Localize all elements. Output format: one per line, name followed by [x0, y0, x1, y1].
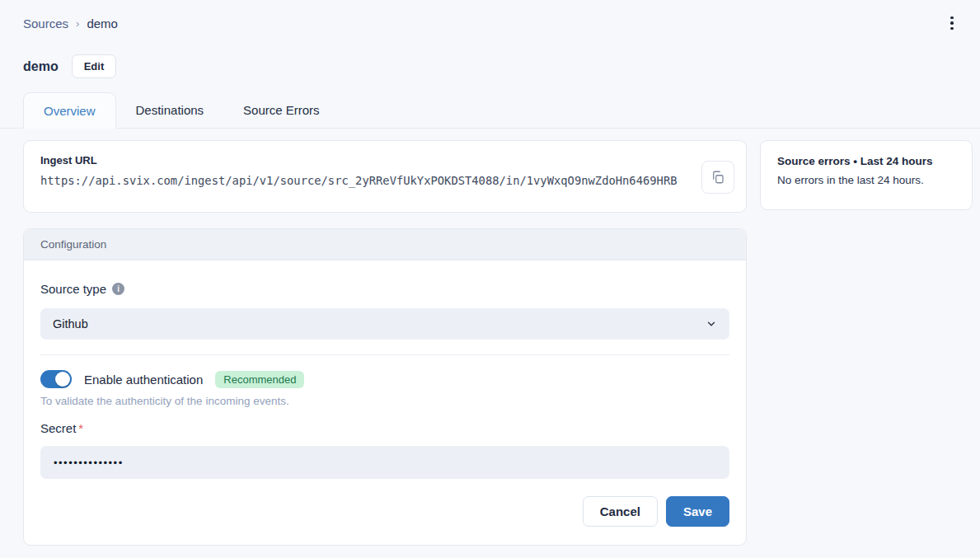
- secret-input[interactable]: ••••••••••••••: [40, 446, 729, 479]
- breadcrumb-separator: ›: [76, 17, 79, 30]
- breadcrumb-sources-link[interactable]: Sources: [23, 16, 68, 30]
- secret-label: Secret: [40, 421, 76, 435]
- chevron-down-icon: [706, 318, 717, 330]
- source-detail-page: Sources › demo demo Edit Overview Destin…: [0, 0, 980, 558]
- configuration-card-body: Source type i Github Enable authenticati…: [24, 260, 746, 479]
- recommended-badge: Recommended: [215, 371, 304, 388]
- tab-destinations[interactable]: Destinations: [116, 92, 224, 128]
- source-errors-title: Source errors • Last 24 hours: [777, 155, 955, 167]
- info-icon[interactable]: i: [112, 283, 124, 295]
- ingest-url-label: Ingest URL: [40, 154, 693, 166]
- source-errors-body: No errors in the last 24 hours.: [777, 174, 955, 186]
- tab-source-errors[interactable]: Source Errors: [223, 92, 340, 128]
- kebab-menu-icon[interactable]: [942, 13, 962, 33]
- title-row: demo Edit: [23, 54, 116, 78]
- auth-helper-text: To validate the authenticity of the inco…: [40, 395, 729, 407]
- source-type-select[interactable]: Github: [40, 308, 729, 340]
- secret-label-row: Secret*: [40, 421, 729, 435]
- edit-button[interactable]: Edit: [72, 54, 117, 78]
- save-button[interactable]: Save: [666, 496, 729, 527]
- configuration-card: Configuration Source type i Github: [23, 228, 747, 546]
- configuration-card-header: Configuration: [24, 229, 746, 260]
- cancel-button[interactable]: Cancel: [583, 496, 658, 527]
- tab-bar: Overview Destinations Source Errors: [0, 92, 980, 129]
- form-actions: Cancel Save: [583, 496, 729, 527]
- ingest-url-card: Ingest URL https://api.svix.com/ingest/a…: [23, 140, 747, 213]
- source-type-selected-value: Github: [53, 317, 88, 331]
- copy-icon: [710, 170, 725, 185]
- section-divider: [40, 354, 729, 355]
- source-errors-card: Source errors • Last 24 hours No errors …: [760, 140, 973, 210]
- breadcrumb: Sources › demo: [23, 16, 118, 30]
- enable-auth-toggle[interactable]: [40, 370, 72, 388]
- enable-auth-row: Enable authentication Recommended: [40, 370, 729, 388]
- toggle-knob: [55, 372, 70, 387]
- page-title: demo: [23, 59, 59, 74]
- enable-auth-label: Enable authentication: [84, 373, 203, 387]
- ingest-url-value: https://api.svix.com/ingest/api/v1/sourc…: [40, 174, 693, 187]
- copy-url-button[interactable]: [701, 161, 734, 194]
- tab-overview[interactable]: Overview: [23, 92, 116, 129]
- breadcrumb-current: demo: [87, 16, 118, 30]
- source-type-label-row: Source type i: [40, 282, 729, 296]
- required-asterisk: *: [78, 421, 83, 435]
- source-type-label: Source type: [40, 282, 106, 296]
